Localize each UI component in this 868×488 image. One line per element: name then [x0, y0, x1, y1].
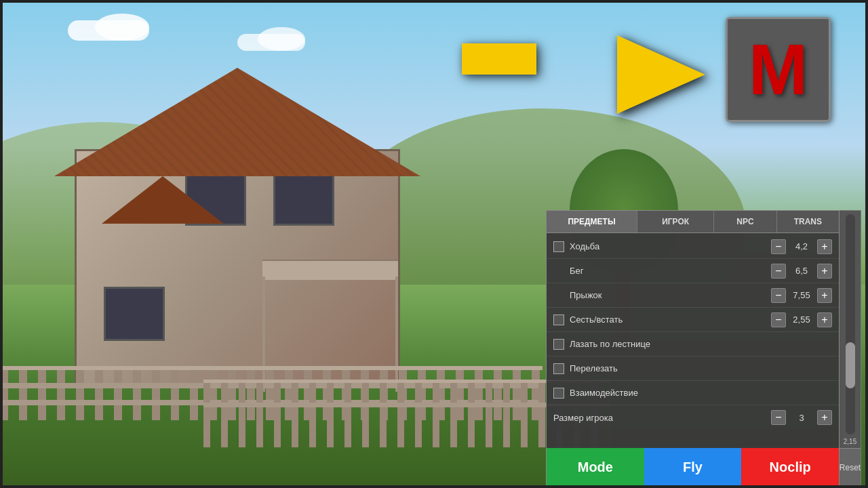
label-ladder: Лазать по лестнице [570, 339, 832, 349]
checkbox-ladder[interactable] [553, 339, 564, 350]
checkbox-walk[interactable] [553, 241, 564, 252]
tabs-row: ПРЕДМЕТЫ ИГРОК NPC TRANS [547, 211, 839, 233]
plus-size[interactable]: + [817, 410, 832, 425]
bay-roof [102, 176, 224, 224]
settings-panel: ПРЕДМЕТЫ ИГРОК NPC TRANS Ходьба − 4,2 + … [546, 210, 861, 487]
row-jump: Прыжок − 7,55 + [547, 283, 839, 308]
scrollbar-track [846, 214, 855, 434]
tab-player[interactable]: ИГРОК [637, 211, 714, 232]
value-size: 3 [786, 413, 817, 423]
row-sit: Сесть/встать − 2,55 + [547, 308, 839, 332]
m-letter: M [749, 34, 808, 105]
panel-content: Ходьба − 4,2 + Бег − 6,5 + Прыжок − 7,55… [547, 233, 839, 448]
row-interact: Взаимодействие [547, 381, 839, 405]
label-climb: Перелезать [570, 363, 832, 373]
label-sit: Сесть/встать [570, 314, 771, 325]
tab-items[interactable]: ПРЕДМЕТЫ [547, 211, 637, 232]
scrollbar-area: 2,15 [840, 211, 861, 448]
label-walk: Ходьба [570, 241, 771, 251]
m-logo: M [726, 17, 831, 122]
minus-size[interactable]: − [771, 410, 786, 425]
plus-walk[interactable]: + [817, 239, 832, 254]
label-interact: Взаимодействие [570, 388, 832, 398]
row-walk: Ходьба − 4,2 + [547, 235, 839, 259]
row-run: Бег − 6,5 + [547, 259, 839, 283]
roof-main [54, 68, 420, 176]
row-size: Размер игрока − 3 + [547, 405, 839, 430]
window-upper-right [273, 171, 334, 226]
row-climb: Перелезать [547, 357, 839, 381]
cloud-2b [258, 27, 305, 51]
label-jump: Прыжок [570, 290, 771, 300]
minus-jump[interactable]: − [771, 288, 786, 303]
minus-run[interactable]: − [771, 264, 786, 279]
arrow-indicator [549, 34, 698, 115]
row-ladder: Лазать по лестнице [547, 332, 839, 357]
label-size: Размер игрока [553, 413, 771, 423]
label-run: Бег [570, 266, 771, 276]
scroll-value: 2,15 [844, 438, 856, 446]
scrollbar-thumb[interactable] [846, 342, 855, 388]
value-jump: 7,55 [786, 290, 817, 300]
window-lower-left [104, 287, 165, 341]
plus-jump[interactable]: + [817, 288, 832, 303]
checkbox-climb[interactable] [553, 363, 564, 374]
checkbox-interact[interactable] [553, 388, 564, 399]
reset-button[interactable]: Reset [840, 448, 861, 486]
checkbox-sit[interactable] [553, 314, 564, 325]
tab-trans[interactable]: TRANS [777, 211, 839, 232]
cloud-1b [95, 14, 149, 41]
minus-sit[interactable]: − [771, 312, 786, 327]
minus-walk[interactable]: − [771, 239, 786, 254]
value-run: 6,5 [786, 266, 817, 276]
value-sit: 2,55 [786, 314, 817, 325]
fly-button[interactable]: Fly [644, 448, 742, 486]
noclip-button[interactable]: Noclip [741, 448, 839, 486]
panel-main: ПРЕДМЕТЫ ИГРОК NPC TRANS Ходьба − 4,2 + … [546, 210, 840, 487]
mode-button[interactable]: Mode [547, 448, 644, 486]
plus-sit[interactable]: + [817, 312, 832, 327]
plus-run[interactable]: + [817, 264, 832, 279]
value-walk: 4,2 [786, 241, 817, 251]
tab-npc[interactable]: NPC [714, 211, 776, 232]
